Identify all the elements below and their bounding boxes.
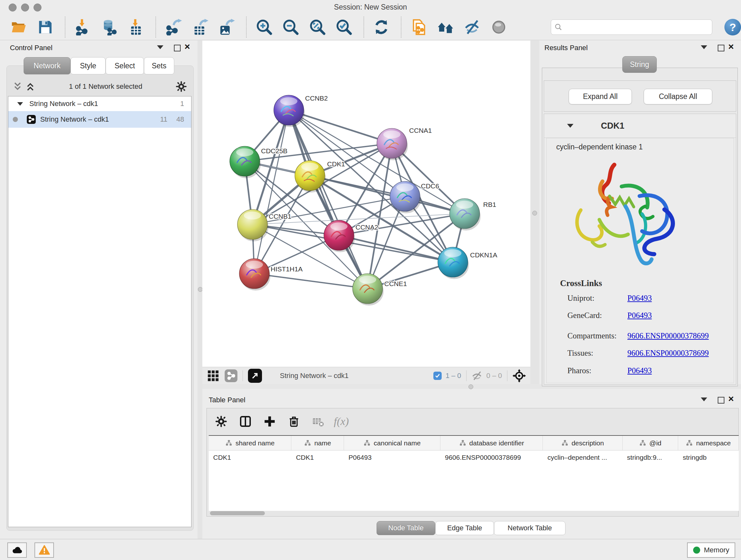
tab-network-table[interactable]: Network Table	[494, 521, 565, 535]
table-settings-button[interactable]	[212, 413, 230, 430]
selected-checkbox-icon[interactable]	[433, 372, 442, 380]
collapse-all-chevron-icon[interactable]	[12, 81, 23, 92]
add-column-button[interactable]	[261, 413, 278, 430]
column-header-description[interactable]: description	[543, 436, 622, 450]
tab-sets[interactable]: Sets	[144, 57, 174, 74]
detach-view-icon[interactable]	[248, 369, 262, 383]
splitter-handle[interactable]	[198, 287, 203, 292]
column-header-database-identifier[interactable]: database identifier	[441, 436, 543, 450]
network-graph[interactable]: CCNB2 CCNA1 CDC25B CDK1 CDC6 R	[202, 41, 530, 367]
hide-panel-button[interactable]	[463, 18, 481, 37]
network-node-CCNB2[interactable]: CCNB2	[274, 95, 328, 127]
import-network-database-button[interactable]	[100, 18, 118, 37]
string-document-button[interactable]	[410, 18, 428, 37]
table-hscrollbar[interactable]	[209, 511, 737, 516]
control-panel-close-icon[interactable]: ×	[185, 44, 190, 50]
tab-select[interactable]: Select	[106, 57, 144, 74]
export-table-button[interactable]	[191, 18, 209, 37]
crosslink-value-link[interactable]: P06493	[627, 311, 652, 320]
split-table-button[interactable]	[237, 413, 254, 430]
refresh-view-button[interactable]	[373, 18, 391, 37]
column-header-name[interactable]: name	[291, 436, 344, 450]
zoom-out-button[interactable]	[282, 18, 300, 37]
warnings-button[interactable]	[35, 543, 54, 558]
string-homes-button[interactable]	[436, 18, 455, 37]
collapse-all-button[interactable]: Collapse All	[644, 89, 712, 105]
memory-button[interactable]: Memory	[687, 543, 735, 558]
network-label: String Network – cdk1	[40, 115, 109, 124]
zoom-selected-icon	[336, 19, 352, 36]
column-header-shared-name[interactable]: shared name	[209, 436, 291, 450]
search-box[interactable]	[551, 19, 713, 35]
expand-all-chevron-icon[interactable]	[25, 81, 36, 92]
crosslink-value-link[interactable]: P06493	[627, 294, 652, 302]
network-node-RB1[interactable]: RB1	[450, 199, 496, 231]
function-builder-button[interactable]: f(x)	[334, 413, 349, 430]
crosslink-value-link[interactable]: P06493	[627, 366, 652, 375]
zoom-in-button[interactable]	[255, 18, 273, 37]
network-node-CDC25B[interactable]: CDC25B	[230, 146, 287, 178]
expand-all-button[interactable]: Expand All	[569, 89, 632, 105]
tab-edge-table[interactable]: Edge Table	[435, 521, 494, 535]
title-bar: Session: New Session	[0, 0, 741, 14]
network-row-selected[interactable]: String Network – cdk1 11 48	[8, 111, 191, 128]
tab-style[interactable]: Style	[71, 57, 106, 74]
column-header-@id[interactable]: @id	[623, 436, 678, 450]
pan-crosshair-icon[interactable]	[513, 369, 526, 382]
network-node-CCNA1[interactable]: CCNA1	[377, 127, 432, 160]
network-node-CDKN1A[interactable]: CDKN1A	[438, 247, 497, 279]
save-session-button[interactable]	[36, 18, 54, 37]
splitter-handle[interactable]	[532, 211, 537, 215]
hidden-eye-slash-icon[interactable]	[472, 370, 482, 381]
tab-network[interactable]: Network	[23, 57, 71, 74]
network-node-CDC6[interactable]: CDC6	[390, 181, 439, 213]
network-collection-row[interactable]: String Network – cdk1 1	[8, 97, 191, 111]
tab-string[interactable]: String	[622, 56, 657, 73]
crosslink-value-link[interactable]: 9606.ENSP00000378699	[627, 349, 709, 357]
column-header-label: canonical name	[374, 439, 421, 447]
control-panel-collapse-icon[interactable]	[157, 45, 163, 49]
gene-name: CDK1	[601, 121, 624, 131]
network-node-CCNA2[interactable]: CCNA2	[324, 220, 378, 252]
delete-column-button[interactable]	[285, 413, 302, 430]
open-session-button[interactable]	[10, 18, 28, 37]
import-network-file-button[interactable]	[74, 18, 92, 37]
show-panel-button[interactable]	[489, 18, 508, 37]
crosslink-value-link[interactable]: 9606.ENSP00000378699	[627, 331, 709, 340]
scrollbar-thumb[interactable]	[210, 511, 265, 515]
control-panel-float-icon[interactable]	[174, 45, 181, 51]
gene-section-header[interactable]: CDK1	[544, 114, 736, 138]
results-panel-collapse-icon[interactable]	[701, 45, 707, 49]
network-canvas[interactable]: CCNB2 CCNA1 CDC25B CDK1 CDC6 R	[202, 41, 530, 367]
tab-node-table[interactable]: Node Table	[377, 521, 435, 535]
splitter-handle[interactable]	[468, 384, 473, 389]
table-panel-float-icon[interactable]	[718, 397, 724, 403]
crosslink-label: Pharos:	[567, 366, 627, 375]
delete-table-button[interactable]	[310, 413, 327, 430]
table-row[interactable]: CDK1CDK1P064939606.ENSP00000378699cyclin…	[209, 450, 739, 464]
help-label: ?	[730, 21, 736, 34]
grid-view-icon[interactable]	[207, 369, 219, 382]
import-table-button[interactable]	[127, 18, 145, 37]
crosslink-label: GeneCard:	[567, 311, 627, 320]
network-node-HIST1H1A[interactable]: HIST1H1A	[239, 259, 302, 291]
zoom-out-icon	[282, 19, 299, 36]
zoom-fit-button[interactable]	[308, 18, 327, 37]
results-panel-float-icon[interactable]	[718, 45, 724, 51]
gene-collapse-icon[interactable]	[567, 124, 574, 128]
zoom-selected-button[interactable]	[335, 18, 353, 37]
network-share-view-icon[interactable]	[225, 369, 238, 382]
export-image-button[interactable]	[218, 18, 236, 37]
results-panel-close-icon[interactable]: ×	[728, 44, 734, 50]
table-panel-collapse-icon[interactable]	[701, 397, 707, 401]
column-header-canonical-name[interactable]: canonical name	[344, 436, 441, 450]
table-panel-close-icon[interactable]: ×	[728, 395, 734, 402]
network-node-CDK1[interactable]: CDK1	[295, 160, 345, 192]
search-input[interactable]	[562, 23, 701, 32]
cloud-button[interactable]	[7, 543, 27, 558]
column-header-namespace[interactable]: namespace	[678, 436, 739, 450]
help-button[interactable]: ?	[724, 19, 741, 36]
export-network-button[interactable]	[164, 18, 183, 37]
gear-icon[interactable]	[176, 81, 187, 92]
collection-expand-icon[interactable]	[17, 102, 23, 106]
